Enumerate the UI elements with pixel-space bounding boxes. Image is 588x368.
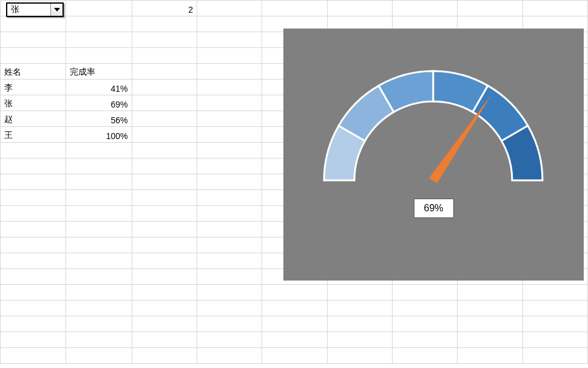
table-header-rate: 完成率 bbox=[66, 64, 132, 80]
cell-c1[interactable]: 2 bbox=[132, 1, 197, 16]
gauge-needle bbox=[429, 94, 492, 183]
name-dropdown[interactable]: 张 bbox=[6, 2, 64, 17]
chevron-down-icon[interactable] bbox=[50, 4, 63, 16]
table-header-name: 姓名 bbox=[1, 64, 66, 80]
svg-marker-0 bbox=[54, 8, 60, 12]
gauge-chart[interactable]: 69% bbox=[283, 29, 584, 281]
dropdown-selected: 张 bbox=[7, 4, 50, 15]
gauge-value-label: 69% bbox=[413, 199, 453, 218]
